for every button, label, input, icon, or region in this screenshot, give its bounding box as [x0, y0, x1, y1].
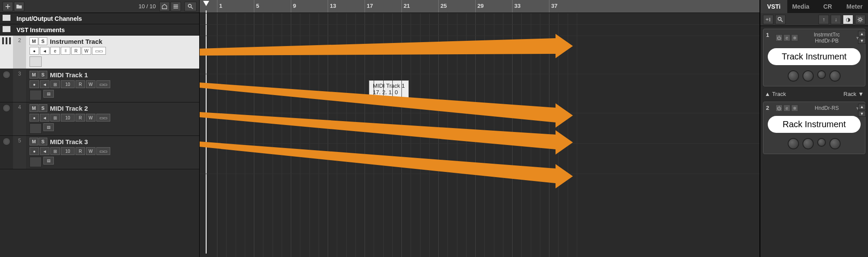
write-automation-button[interactable]: W [82, 47, 91, 55]
quick-control-knob[interactable] [788, 70, 799, 82]
solo-button[interactable]: S [39, 71, 47, 79]
lane-display-button[interactable]: ▤ [43, 90, 54, 98]
edit-instrument-button[interactable]: e [50, 47, 60, 55]
slot-down-button[interactable]: ▼ [858, 38, 866, 44]
track-agents-button[interactable] [171, 2, 181, 11]
tab-media[interactable]: Media [787, 0, 814, 13]
drum-map-button[interactable]: ⊞ [50, 147, 60, 155]
monitor-button[interactable]: ◄ [40, 147, 49, 155]
lanes-button[interactable]: ▭▭ [96, 147, 110, 155]
solo-button[interactable]: S [39, 37, 47, 45]
quick-control-knob[interactable] [829, 70, 841, 82]
quick-control-knob[interactable] [788, 138, 799, 149]
read-automation-button[interactable]: R [76, 114, 85, 122]
playhead[interactable] [203, 1, 209, 6]
midi-icon [3, 138, 10, 145]
vsti-freeze-button[interactable]: ❄ [791, 34, 798, 41]
mute-button[interactable]: M [30, 71, 38, 79]
timeline-panel[interactable]: 15913172125293337 MIDI Track 1 17. 2. 1.… [200, 0, 760, 257]
folder-vst-instruments[interactable]: VST Instruments [0, 24, 199, 36]
channel-button[interactable]: 10 [61, 80, 75, 88]
read-automation-button[interactable]: R [76, 147, 85, 155]
lanes-button[interactable]: ▭▭ [96, 114, 110, 122]
tab-vsti[interactable]: VSTi [760, 0, 787, 13]
settings-button[interactable] [855, 15, 865, 24]
next-button[interactable]: ↓ [831, 15, 841, 24]
right-zone-tabs: VSTi Media CR Meter [760, 0, 868, 13]
quick-control-knob[interactable] [802, 138, 814, 149]
read-automation-button[interactable]: R [76, 80, 85, 88]
record-enable-button[interactable]: ● [30, 80, 39, 88]
timeline-ruler[interactable]: 15913172125293337 [200, 0, 760, 13]
vsti-freeze-button[interactable]: ❄ [791, 105, 798, 112]
quick-control-knob[interactable] [829, 138, 841, 149]
folder-label: Input/Output Channels [16, 15, 82, 22]
write-automation-button[interactable]: W [86, 114, 95, 122]
vsti-power-button[interactable]: ⏻ [776, 34, 783, 41]
track-list-panel: 10 / 10 Input/Output Channels VST Instru… [0, 0, 200, 257]
channel-button[interactable]: 10 [61, 147, 75, 155]
add-track-instrument-button[interactable]: +⦀ [763, 15, 773, 24]
svg-point-5 [778, 17, 781, 20]
lane-display-button[interactable]: ▤ [43, 157, 54, 165]
track-color-swatch[interactable] [30, 157, 42, 167]
track-search-button[interactable] [184, 2, 197, 11]
show-hide-button[interactable]: ◑ [843, 15, 853, 24]
folder-io-channels[interactable]: Input/Output Channels [0, 13, 199, 24]
ruler-bar-marker: 25 [438, 0, 447, 13]
gear-icon [857, 16, 863, 23]
quick-control-knob[interactable] [802, 70, 814, 82]
track-midi-3[interactable]: 5 M S MIDI Track 3 ● ◄ ⊞ 10 R W ▭▭ [0, 136, 199, 169]
quick-control-knob[interactable] [817, 70, 826, 79]
tab-cr[interactable]: CR [814, 0, 841, 13]
freeze-button[interactable]: ⦀ [61, 47, 70, 55]
monitor-button[interactable]: ◄ [40, 114, 49, 122]
vsti-slot-1[interactable]: 1 ⏻ e ❄ InstrmntTrc HndDr-PB ▼ [763, 29, 865, 86]
mute-button[interactable]: M [30, 138, 38, 145]
track-color-swatch[interactable] [30, 123, 42, 134]
track-midi-1[interactable]: 3 M S MIDI Track 1 ● ◄ ⊞ 10 R W ▭▭ [0, 69, 199, 102]
read-automation-button[interactable]: R [71, 47, 81, 55]
previous-button[interactable]: ↑ [819, 15, 829, 24]
mute-button[interactable]: M [30, 37, 38, 45]
drum-map-button[interactable]: ⊞ [50, 114, 60, 122]
write-automation-button[interactable]: W [86, 80, 95, 88]
vsti-slot-2[interactable]: 2 ⏻ e ❄ HndDr-RS ▼ Rack Ins [763, 102, 865, 154]
record-enable-button[interactable]: ● [30, 47, 39, 55]
lanes-button[interactable]: ▭▭ [96, 80, 110, 88]
quick-control-knob[interactable] [817, 138, 826, 147]
solo-button[interactable]: S [39, 104, 47, 112]
channel-button[interactable]: 10 [61, 114, 75, 122]
arrangement-grid[interactable]: MIDI Track 1 17. 2. 1. 0 [200, 13, 760, 257]
monitor-button[interactable]: ◄ [40, 47, 49, 55]
track-name: MIDI Track 1 [50, 71, 88, 79]
drum-map-button[interactable]: ⊞ [50, 80, 60, 88]
record-enable-button[interactable]: ● [30, 147, 39, 155]
svg-rect-2 [174, 7, 178, 8]
find-instrument-button[interactable] [775, 15, 786, 24]
add-track-button[interactable] [3, 2, 13, 11]
monitor-button[interactable]: ◄ [40, 80, 49, 88]
track-color-swatch[interactable] [30, 56, 42, 67]
ruler-bar-marker: 21 [401, 0, 410, 13]
track-color-swatch[interactable] [30, 90, 42, 100]
solo-button[interactable]: S [39, 138, 47, 145]
record-enable-button[interactable]: ● [30, 114, 39, 122]
track-preset-button[interactable] [14, 2, 24, 11]
tab-meter[interactable]: Meter [841, 0, 868, 13]
vsti-edit-button[interactable]: e [783, 105, 790, 112]
track-instrument[interactable]: 2 M S Instrument Track ● ◄ e ⦀ R W ▭▭ [0, 36, 199, 69]
slot-up-button[interactable]: ▲ [858, 31, 866, 37]
track-filter-button[interactable] [159, 2, 170, 11]
vsti-power-button[interactable]: ⏻ [776, 105, 783, 112]
slot-up-button[interactable]: ▲ [858, 104, 866, 110]
vsti-edit-button[interactable]: e [783, 34, 790, 41]
slot-down-button[interactable]: ▼ [858, 111, 866, 117]
lane-display-button[interactable]: ▤ [43, 123, 54, 131]
mute-button[interactable]: M [30, 104, 38, 112]
write-automation-button[interactable]: W [86, 147, 95, 155]
track-midi-2[interactable]: 4 M S MIDI Track 2 ● ◄ ⊞ 10 R W ▭▭ [0, 102, 199, 136]
rack-section-toggle[interactable]: Rack ▼ [844, 91, 864, 97]
track-section-toggle[interactable]: ▲ Track [765, 91, 786, 97]
lanes-button[interactable]: ▭▭ [92, 47, 106, 55]
